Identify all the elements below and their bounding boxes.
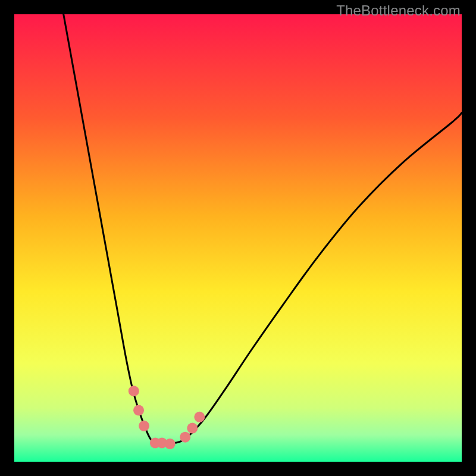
marker-left-1 xyxy=(129,386,139,396)
chart-frame xyxy=(14,14,462,462)
marker-right-1 xyxy=(180,432,190,443)
marker-right-2 xyxy=(187,423,198,434)
marker-left-3 xyxy=(139,421,149,431)
chart-svg xyxy=(14,14,462,462)
marker-right-3 xyxy=(194,412,205,422)
marker-left-2 xyxy=(133,405,144,416)
watermark-text: TheBottleneck.com xyxy=(336,2,461,19)
marker-bottom-3 xyxy=(165,439,176,449)
chart-background xyxy=(14,14,462,462)
